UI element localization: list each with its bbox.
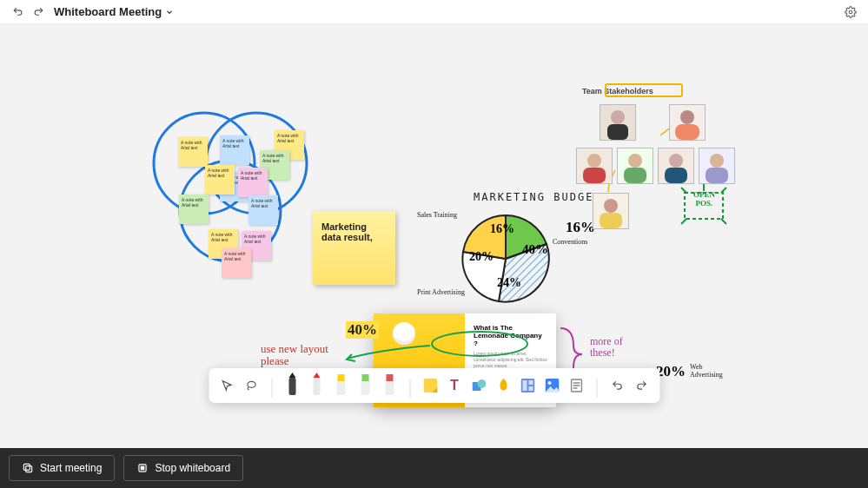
svg-point-52: [547, 381, 551, 385]
svg-rect-42: [385, 379, 394, 395]
text-tool[interactable]: T: [447, 373, 462, 398]
chevron-down-icon: [165, 8, 174, 16]
avatar: [617, 148, 653, 184]
svg-marker-35: [288, 373, 295, 378]
pen-red[interactable]: [308, 373, 324, 398]
pie-label-conv: Conventions: [553, 238, 587, 246]
select-tool[interactable]: [219, 373, 235, 398]
templates-tool[interactable]: [520, 373, 535, 398]
pie-label-print: Print Advertising: [417, 288, 465, 296]
pen-black[interactable]: [284, 373, 300, 398]
svg-point-21: [710, 154, 724, 168]
redo-icon[interactable]: [30, 4, 46, 20]
image-tool[interactable]: [544, 373, 560, 398]
svg-rect-38: [336, 379, 345, 395]
svg-rect-25: [600, 213, 622, 228]
svg-point-12: [587, 154, 601, 168]
svg-rect-36: [313, 378, 320, 395]
svg-rect-49: [528, 380, 533, 385]
svg-rect-19: [665, 168, 687, 183]
annotation-left: use new layout please: [261, 343, 356, 368]
shapes-tool[interactable]: [471, 373, 487, 398]
svg-point-0: [849, 10, 852, 14]
open-position-label: OPEN POS.: [685, 191, 724, 221]
annotation-pct-left: 40%: [346, 321, 379, 339]
svg-rect-60: [142, 466, 145, 470]
annotation-pct-right: 20%: [656, 363, 686, 380]
pie-slice-label: 16%: [490, 222, 514, 236]
svg-point-24: [604, 199, 618, 213]
svg-rect-43: [386, 374, 393, 381]
svg-point-33: [247, 381, 255, 387]
svg-rect-58: [23, 464, 30, 470]
annotation-right: more of these!: [590, 336, 642, 359]
sticky-small[interactable]: A note with Arial text: [222, 248, 251, 278]
svg-rect-50: [528, 386, 533, 391]
reaction-tool[interactable]: [495, 373, 511, 398]
sticky-tool[interactable]: [422, 373, 438, 398]
sticky-small[interactable]: A note with Arial text: [220, 135, 249, 165]
svg-point-15: [628, 154, 642, 168]
avatar: [576, 148, 613, 184]
board-title[interactable]: Whiteboard Meeting: [54, 5, 174, 18]
whiteboard-canvas[interactable]: A note with Arial text A note with Arial…: [0, 24, 868, 448]
undo-icon[interactable]: [10, 4, 25, 20]
svg-rect-7: [607, 124, 628, 140]
svg-rect-40: [361, 379, 369, 395]
avatar: [699, 148, 735, 184]
svg-marker-37: [313, 373, 320, 378]
svg-point-18: [669, 154, 683, 168]
sticky-small[interactable]: A note with Arial text: [238, 168, 268, 197]
meeting-bar: Start meeting Stop whiteboard: [0, 448, 868, 488]
highlight-box: [605, 83, 683, 97]
start-meeting-label: Start meeting: [40, 462, 102, 474]
svg-point-6: [611, 110, 625, 124]
highlighter-red[interactable]: [381, 373, 397, 398]
svg-rect-10: [675, 124, 699, 140]
sticky-note-big[interactable]: Marketing data result,: [313, 211, 395, 285]
sticky-small[interactable]: A note with Arial text: [205, 165, 235, 195]
gear-icon[interactable]: [843, 4, 858, 20]
svg-rect-57: [26, 466, 32, 472]
stop-icon: [136, 462, 149, 474]
avatar: [593, 193, 629, 229]
redo-tool[interactable]: [633, 373, 649, 398]
document-tool[interactable]: [568, 373, 584, 398]
sticky-small[interactable]: A note with Arial text: [179, 195, 209, 224]
start-meeting-button[interactable]: Start meeting: [9, 455, 115, 481]
sticky-note-text: Marketing data result,: [321, 221, 373, 242]
team-header-text: Team: [582, 87, 604, 96]
avatar: [669, 104, 706, 141]
copy-icon: [22, 462, 34, 474]
svg-point-32: [432, 332, 527, 356]
highlighter-yellow[interactable]: [333, 373, 348, 398]
svg-rect-13: [583, 168, 606, 183]
board-title-text: Whiteboard Meeting: [54, 5, 162, 18]
avatar: [600, 104, 636, 141]
svg-rect-39: [337, 374, 344, 381]
svg-point-46: [477, 379, 486, 388]
svg-rect-16: [624, 168, 646, 183]
avatar: [658, 148, 694, 184]
undo-tool[interactable]: [609, 373, 625, 398]
svg-point-9: [680, 110, 694, 124]
svg-rect-22: [706, 168, 728, 183]
pie-slice-label: 20%: [469, 250, 494, 264]
stop-whiteboard-label: Stop whiteboard: [155, 462, 230, 474]
tool-palette: T: [209, 368, 659, 403]
pie-slice-label: 24%: [497, 276, 521, 290]
pie-slice-label: 40%: [522, 242, 548, 257]
team-header: Team Stakeholders: [582, 87, 653, 96]
highlighter-green[interactable]: [357, 373, 373, 398]
lasso-tool[interactable]: [243, 373, 259, 398]
svg-rect-34: [288, 378, 295, 395]
svg-rect-48: [522, 380, 527, 391]
pie-label-web: Web Advertising: [690, 363, 725, 379]
sticky-small[interactable]: A note with Arial text: [248, 195, 278, 225]
stop-whiteboard-button[interactable]: Stop whiteboard: [123, 455, 243, 481]
pie-label-sales: Sales Training: [417, 211, 457, 219]
svg-rect-41: [361, 374, 368, 381]
sticky-small[interactable]: A note with Arial text: [178, 137, 208, 167]
pie-callout-pct: 16%: [566, 219, 595, 236]
